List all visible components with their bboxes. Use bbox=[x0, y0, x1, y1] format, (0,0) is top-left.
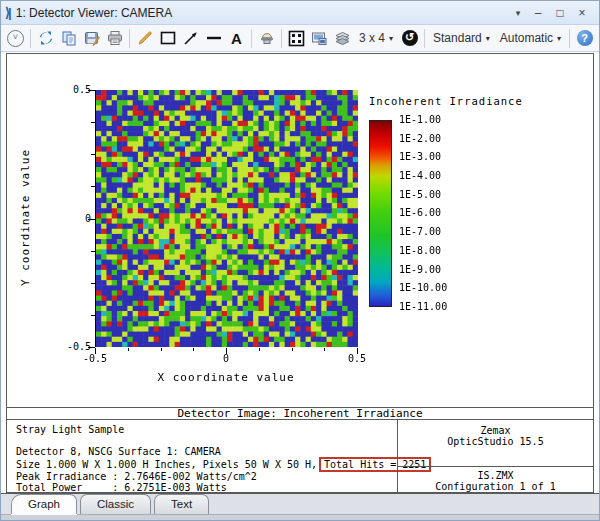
pencil-tool-button[interactable] bbox=[133, 27, 156, 50]
x-axis-tick bbox=[128, 348, 129, 351]
plot-panel: Y coordinate value 0.5 0 -0.5 -0.5 0 0.5… bbox=[6, 53, 594, 493]
toolbar-separator bbox=[30, 29, 31, 48]
y-axis-tick bbox=[88, 347, 95, 348]
toolbar-separator bbox=[424, 29, 425, 48]
line-icon bbox=[205, 29, 223, 47]
legend-label: 1E-7.00 bbox=[399, 224, 447, 240]
info-line bbox=[16, 436, 396, 447]
legend-label: 1E-5.00 bbox=[399, 187, 447, 203]
file-name: IS.ZMX bbox=[398, 470, 593, 481]
standard-dropdown[interactable]: Standard ▾ bbox=[428, 27, 495, 50]
y-axis-tick bbox=[91, 251, 95, 252]
x-axis-tick bbox=[161, 348, 162, 351]
toolbar: ˅ A bbox=[1, 25, 599, 52]
caret-down-icon: ▾ bbox=[486, 34, 490, 43]
aspect-ratio-dropdown[interactable]: 3 x 4 ▾ bbox=[354, 27, 398, 50]
reset-ccw-icon: ↺ bbox=[402, 30, 418, 46]
detector-heatmap[interactable] bbox=[95, 90, 357, 347]
legend-title: Incoherent Irradiance bbox=[369, 95, 523, 107]
info-line: Detector 8, NSCG Surface 1: CAMERA bbox=[16, 447, 396, 458]
legend-label: 1E-9.00 bbox=[399, 262, 447, 278]
info-power-line: Total Power : 6.2751E-003 Watts bbox=[16, 483, 396, 494]
x-tick-label: 0 bbox=[211, 353, 241, 364]
layers-icon bbox=[334, 30, 351, 47]
standard-value: Standard bbox=[433, 31, 482, 45]
y-tick-label: 0 bbox=[63, 213, 91, 224]
tab-text[interactable]: Text bbox=[154, 494, 209, 514]
help-button[interactable]: ? bbox=[573, 27, 596, 50]
update-button[interactable] bbox=[34, 27, 57, 50]
save-button[interactable] bbox=[80, 27, 103, 50]
arrow-tool-button[interactable] bbox=[179, 27, 202, 50]
monitor-icon bbox=[311, 30, 328, 47]
legend-label: 1E-1.00 bbox=[399, 112, 447, 128]
y-axis-label: Y coordinate value bbox=[19, 148, 32, 288]
y-axis-tick bbox=[88, 219, 95, 220]
automatic-value: Automatic bbox=[500, 31, 553, 45]
save-icon bbox=[84, 30, 100, 46]
size-text: Size 1.000 W X 1.000 H Inches, Pixels 50… bbox=[16, 459, 317, 470]
caret-down-icon: ▾ bbox=[557, 34, 561, 43]
rectangle-icon bbox=[159, 29, 177, 47]
fullscreen-icon bbox=[288, 30, 305, 47]
text-icon: A bbox=[231, 30, 242, 47]
toolbar-separator bbox=[251, 29, 252, 48]
refresh-icon bbox=[38, 30, 54, 46]
app-icon: ⟩| bbox=[5, 5, 10, 20]
plot-caption: Detector Image: Incoherent Irradiance bbox=[7, 407, 593, 420]
tab-bar: Graph Classic Text bbox=[1, 493, 599, 514]
expand-toolbar-button[interactable]: ˅ bbox=[4, 27, 27, 50]
product-version: OpticStudio 15.5 bbox=[398, 436, 593, 447]
x-tick-label: 0.5 bbox=[342, 353, 372, 364]
legend-label: 1E-6.00 bbox=[399, 205, 447, 221]
legend-label: 1E-4.00 bbox=[399, 168, 447, 184]
chevron-down-icon: ˅ bbox=[7, 30, 24, 47]
copy-button[interactable] bbox=[57, 27, 80, 50]
legend-label: 1E-8.00 bbox=[399, 243, 447, 259]
close-button[interactable]: × bbox=[571, 6, 593, 20]
minimize-button[interactable]: – bbox=[527, 6, 549, 20]
y-axis-tick bbox=[91, 315, 95, 316]
fit-window-button[interactable] bbox=[285, 27, 308, 50]
overlay-series-button[interactable] bbox=[331, 27, 354, 50]
lamp-icon bbox=[259, 30, 275, 46]
tab-classic[interactable]: Classic bbox=[80, 494, 151, 514]
reset-view-button[interactable]: ↺ bbox=[398, 27, 421, 50]
text-tool-button[interactable]: A bbox=[225, 27, 248, 50]
detector-viewer-window: ⟩| 1: Detector Viewer: CAMERA ▾ – □ × ˅ bbox=[0, 0, 600, 521]
rectangle-tool-button[interactable] bbox=[156, 27, 179, 50]
lens-info-panel: Zemax OpticStudio 15.5 IS.ZMX Configurat… bbox=[397, 420, 593, 492]
toolbar-separator bbox=[281, 29, 282, 48]
legend-label: 1E-2.00 bbox=[399, 131, 447, 147]
x-axis-tick bbox=[292, 348, 293, 351]
print-button[interactable] bbox=[103, 27, 126, 50]
legend-label: 1E-11.00 bbox=[399, 299, 447, 315]
y-tick-label: 0.5 bbox=[63, 84, 91, 95]
info-line: Stray Light Sample bbox=[16, 425, 396, 436]
detector-info-text: Stray Light Sample Detector 8, NSCG Surf… bbox=[7, 421, 396, 492]
y-axis-tick bbox=[91, 283, 95, 284]
x-axis-label: X coordinate value bbox=[95, 371, 357, 384]
window-menu-caret-icon[interactable]: ▾ bbox=[509, 8, 527, 18]
title-bar: ⟩| 1: Detector Viewer: CAMERA ▾ – □ × bbox=[1, 1, 599, 25]
legend-label: 1E-3.00 bbox=[399, 149, 447, 165]
line-tool-button[interactable] bbox=[202, 27, 225, 50]
x-axis-tick bbox=[324, 348, 325, 351]
maximize-button[interactable]: □ bbox=[549, 6, 571, 20]
file-cell: IS.ZMX Configuration 1 of 1 bbox=[398, 467, 593, 492]
y-axis-tick bbox=[91, 122, 95, 123]
product-cell: Zemax OpticStudio 15.5 bbox=[398, 420, 593, 467]
y-tick-label: -0.5 bbox=[63, 341, 91, 352]
x-axis-tick bbox=[259, 348, 260, 351]
info-size-line: Size 1.000 W X 1.000 H Inches, Pixels 50… bbox=[16, 457, 396, 472]
legend-colorbar bbox=[369, 120, 392, 307]
x-axis-tick bbox=[193, 348, 194, 351]
y-axis-tick bbox=[91, 154, 95, 155]
heatmap-canvas bbox=[96, 90, 358, 347]
toolbar-separator bbox=[569, 29, 570, 48]
lamp-tool-button[interactable] bbox=[255, 27, 278, 50]
tab-graph[interactable]: Graph bbox=[11, 494, 77, 514]
automatic-dropdown[interactable]: Automatic ▾ bbox=[495, 27, 566, 50]
y-axis-tick bbox=[91, 186, 95, 187]
copy-window-button[interactable] bbox=[308, 27, 331, 50]
